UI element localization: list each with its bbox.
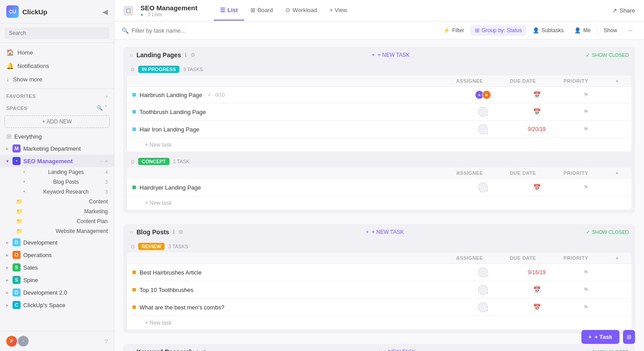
sidebar-item-dev2[interactable]: ▸ D Development 2.0 [0,286,114,299]
section-info-icon3[interactable]: ℹ [196,349,199,351]
sidebar-item-content[interactable]: 📁 Content [0,197,114,207]
col-add[interactable]: + [608,78,626,84]
section-settings-icon[interactable]: ⚙ [191,52,195,58]
dot-icon2: • [23,179,25,185]
section-collapse-icon4[interactable]: ○ [130,349,133,351]
user-avatar[interactable]: P [6,336,17,347]
sidebar-item-show-more[interactable]: ↓ Show more [0,72,114,86]
more-button[interactable]: ··· [623,25,637,36]
table-row[interactable]: Hairdryer Landing Page 📅 ⚑ [127,179,631,196]
sidebar-notifications-label: Notifications [17,63,49,69]
sidebar-item-content-plan[interactable]: 📁 Content Plan [0,216,114,226]
user-avatar2[interactable]: · [18,336,29,347]
section-add-task-button2[interactable]: + + NEW TASK [366,229,404,235]
tab-workload[interactable]: ⊙ Workload [279,0,323,21]
sidebar-item-blog-posts[interactable]: • Blog Posts 3 [0,177,114,187]
table-row[interactable]: Top 10 Toothbrushes 📅 ⚑ [127,281,631,299]
col-add3[interactable]: + [608,255,626,261]
priority-cell[interactable]: ⚑ [564,184,608,191]
section-keyword-research-header: ○ Keyword Research ℹ ⚙ + + NEW TASK ✓ SH… [123,344,635,351]
col-assignee: ASSIGNEE [456,78,510,84]
show-closed-button[interactable]: ✓ SHOW CLOSED [586,52,629,58]
spine-icon: S [13,276,21,284]
table-row[interactable]: Hair Iron Landing Page 9/20/19 ⚑ [127,121,631,138]
priority-cell[interactable]: ⚑ [564,304,608,311]
table-row[interactable]: Toothbrush Landing Page 📅 ⚑ [127,103,631,121]
status-badge-concept: CONCEPT [138,158,169,165]
priority-cell[interactable]: ⚑ [564,126,608,133]
status-collapse-icon[interactable]: ⊙ [131,67,135,72]
new-task-button[interactable]: + New task [127,196,631,210]
tab-board[interactable]: ⊞ Board [244,0,280,21]
sidebar-item-operations[interactable]: ▸ O Operations [0,249,114,261]
subtasks-button[interactable]: 👤 Subtasks [528,25,568,36]
new-task-button[interactable]: + New task [127,316,631,330]
status-group-review: ⊙ REVIEW 3 TASKS ASSIGNEE DUE DATE PRIOR… [127,240,631,330]
group-by-button[interactable]: ⊞ Group by: Status [470,25,526,36]
sidebar-item-clickup-space[interactable]: ▸ C ClickUp's Space [0,299,114,311]
spaces-actions[interactable]: 🔍 ˅ [97,105,108,111]
sidebar-item-website-mgmt[interactable]: 📁 Website Management [0,226,114,236]
seo-mgmt-label: SEO Management [23,158,73,165]
sidebar-item-notifications[interactable]: 🔔 Notifications [0,59,114,72]
check-icon: ✓ [586,52,590,58]
section-settings-icon3[interactable]: ⚙ [202,349,207,351]
table-row[interactable]: Best Hairbrushes Article 9/16/19 ⚑ [127,264,631,281]
sidebar-item-sales[interactable]: ▸ S Sales [0,261,114,274]
new-task-button[interactable]: + New task [127,138,631,152]
section-add-task-button3[interactable]: + + NEW TASK [377,349,415,351]
priority-cell[interactable]: ⚑ [564,108,608,115]
task-table-header2: ASSIGNEE DUE DATE PRIORITY + [127,168,631,179]
section-add-task-button[interactable]: + + NEW TASK [372,52,410,58]
show-closed-button2[interactable]: ✓ SHOW CLOSED [586,229,629,235]
due-date-cell: 📅 [510,286,564,293]
expand-icon3: ▸ [6,252,10,258]
table-row[interactable]: Hairbrush Landing Page ✓ 0/10 A B 📅 ⚑ [127,87,631,103]
table-row[interactable]: What are the best men's combs? 📅 ⚑ [127,299,631,316]
section-info-icon[interactable]: ℹ [185,52,187,58]
sidebar-collapse-button[interactable]: ◀ [102,8,108,16]
sidebar-item-spine[interactable]: ▸ S Spine [0,274,114,286]
add-task-more-button[interactable]: ⊞ [623,330,635,344]
plus-icon3: + [377,349,381,351]
filter-button[interactable]: ⚡ Filter [439,25,469,36]
sidebar-item-landing-pages[interactable]: • Landing Pages 4 [0,167,114,177]
sidebar-item-everything[interactable]: ⊞ Everything [0,131,114,142]
sidebar-item-keyword-research[interactable]: • Keyword Research 3 [0,187,114,197]
search-input[interactable] [4,27,110,39]
sidebar-item-development[interactable]: ▸ D Development [0,236,114,249]
tab-add-view[interactable]: + View [323,0,353,21]
task-name-cell: Best Hairbrushes Article [132,269,456,276]
add-task-button[interactable]: + + Task [581,330,619,344]
filter-input[interactable] [131,27,207,34]
sidebar-item-marketing[interactable]: 📁 Marketing [0,207,114,216]
section-info-icon2[interactable]: ℹ [173,229,175,235]
sidebar-item-marketing-department[interactable]: ▸ M Marketing Department [0,142,114,155]
status-collapse-icon2[interactable]: ⊙ [131,159,135,165]
seo-mgmt-actions[interactable]: ··· + [99,158,108,164]
sidebar-nav: 🏠 Home 🔔 Notifications ↓ Show more [0,43,114,89]
home-icon: 🏠 [6,49,14,56]
col-add2[interactable]: + [608,170,626,176]
sidebar-item-home[interactable]: 🏠 Home [0,46,114,59]
toolbar: 🔍 ⚡ Filter ⊞ Group by: Status 👤 Subtasks… [114,21,644,40]
show-button[interactable]: Show [599,25,622,36]
section-collapse-icon[interactable]: ○ [130,52,133,58]
help-button[interactable]: ? [105,338,108,345]
section-settings-icon2[interactable]: ⚙ [178,229,183,235]
share-button[interactable]: ↗ Share [612,7,635,14]
tab-list[interactable]: ☰ List [214,0,244,21]
priority-cell[interactable]: ⚑ [564,269,608,276]
show-closed-button3[interactable]: ✓ SHOW CLOSED [586,349,629,351]
section-collapse-icon3[interactable]: ○ [130,229,133,235]
add-new-button[interactable]: + ADD NEW [4,115,110,128]
due-date-cell: 📅 [510,91,564,98]
sidebar-home-label: Home [17,49,33,56]
sidebar-item-seo-management[interactable]: ▾ • SEO Management ··· + [0,155,114,167]
priority-cell[interactable]: ⚑ [564,286,608,293]
me-button[interactable]: 👤 Me [570,25,595,36]
favorites-actions[interactable]: › [106,93,108,99]
priority-cell[interactable]: ⚑ [564,91,608,98]
status-collapse-icon3[interactable]: ⊙ [131,244,135,250]
task-table-concept: ASSIGNEE DUE DATE PRIORITY + Hairdryer L… [127,168,631,210]
